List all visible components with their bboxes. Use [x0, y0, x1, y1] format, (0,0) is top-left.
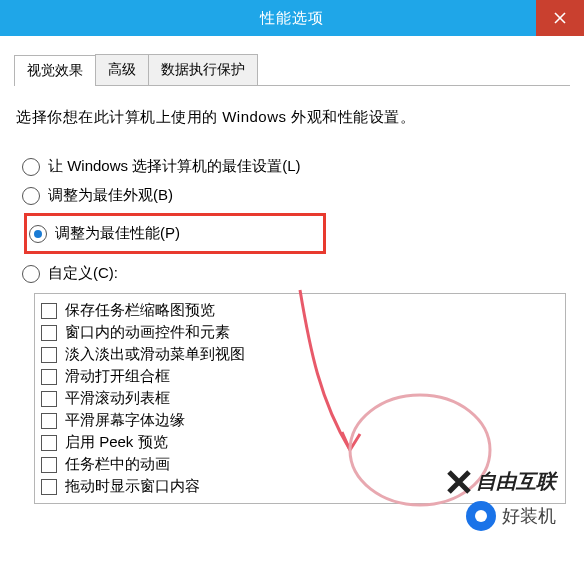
radio-label: 调整为最佳性能(P)	[55, 224, 180, 243]
instruction-text: 选择你想在此计算机上使用的 Windows 外观和性能设置。	[16, 108, 570, 127]
annotation-highlight-box: 调整为最佳性能(P)	[24, 213, 326, 254]
close-icon	[554, 12, 566, 24]
tab-strip: 视觉效果 高级 数据执行保护	[14, 54, 570, 86]
radio-icon	[22, 265, 40, 283]
watermark-ziyou: 自由互联	[446, 468, 556, 495]
checkbox-icon	[41, 347, 57, 363]
dialog-body: 视觉效果 高级 数据执行保护 选择你想在此计算机上使用的 Windows 外观和…	[0, 36, 584, 504]
eye-logo-icon	[466, 501, 496, 531]
check-label: 窗口内的动画控件和元素	[65, 323, 230, 342]
checkbox-icon	[41, 369, 57, 385]
checkbox-icon	[41, 325, 57, 341]
radio-icon	[22, 187, 40, 205]
titlebar: 性能选项	[0, 0, 584, 36]
radio-icon	[22, 158, 40, 176]
check-label: 保存任务栏缩略图预览	[65, 301, 215, 320]
check-option[interactable]: 平滑屏幕字体边缘	[41, 411, 561, 430]
radio-label: 调整为最佳外观(B)	[48, 186, 173, 205]
checkbox-icon	[41, 391, 57, 407]
checkbox-icon	[41, 479, 57, 495]
check-label: 平滑屏幕字体边缘	[65, 411, 185, 430]
performance-options-window: 性能选项 视觉效果 高级 数据执行保护 选择你想在此计算机上使用的 Window…	[0, 0, 584, 587]
check-label: 滑动打开组合框	[65, 367, 170, 386]
radio-let-windows-choose[interactable]: 让 Windows 选择计算机的最佳设置(L)	[22, 157, 570, 176]
checkbox-icon	[41, 457, 57, 473]
tab-visual-effects[interactable]: 视觉效果	[14, 55, 96, 86]
check-option[interactable]: 滑动打开组合框	[41, 367, 561, 386]
watermark-haozhuangji: 好装机	[466, 501, 556, 531]
check-option[interactable]: 保存任务栏缩略图预览	[41, 301, 561, 320]
check-label: 任务栏中的动画	[65, 455, 170, 474]
check-label: 淡入淡出或滑动菜单到视图	[65, 345, 245, 364]
check-label: 平滑滚动列表框	[65, 389, 170, 408]
check-label: 拖动时显示窗口内容	[65, 477, 200, 496]
checkbox-icon	[41, 435, 57, 451]
radio-best-appearance[interactable]: 调整为最佳外观(B)	[22, 186, 570, 205]
tab-advanced[interactable]: 高级	[95, 54, 149, 85]
check-option[interactable]: 窗口内的动画控件和元素	[41, 323, 561, 342]
check-option[interactable]: 启用 Peek 预览	[41, 433, 561, 452]
radio-custom[interactable]: 自定义(C):	[22, 264, 570, 283]
radio-label: 让 Windows 选择计算机的最佳设置(L)	[48, 157, 301, 176]
check-option[interactable]: 平滑滚动列表框	[41, 389, 561, 408]
check-label: 启用 Peek 预览	[65, 433, 168, 452]
close-button[interactable]	[536, 0, 584, 36]
tab-dep[interactable]: 数据执行保护	[148, 54, 258, 85]
check-option[interactable]: 淡入淡出或滑动菜单到视图	[41, 345, 561, 364]
radio-group: 让 Windows 选择计算机的最佳设置(L) 调整为最佳外观(B) 调整为最佳…	[22, 157, 570, 283]
radio-best-performance[interactable]: 调整为最佳性能(P)	[29, 224, 319, 243]
checkbox-icon	[41, 413, 57, 429]
x-logo-icon	[446, 469, 472, 495]
window-title: 性能选项	[260, 9, 324, 28]
radio-label: 自定义(C):	[48, 264, 118, 283]
checkbox-icon	[41, 303, 57, 319]
watermark-text: 自由互联	[476, 468, 556, 495]
watermark-text: 好装机	[502, 504, 556, 528]
radio-icon	[29, 225, 47, 243]
